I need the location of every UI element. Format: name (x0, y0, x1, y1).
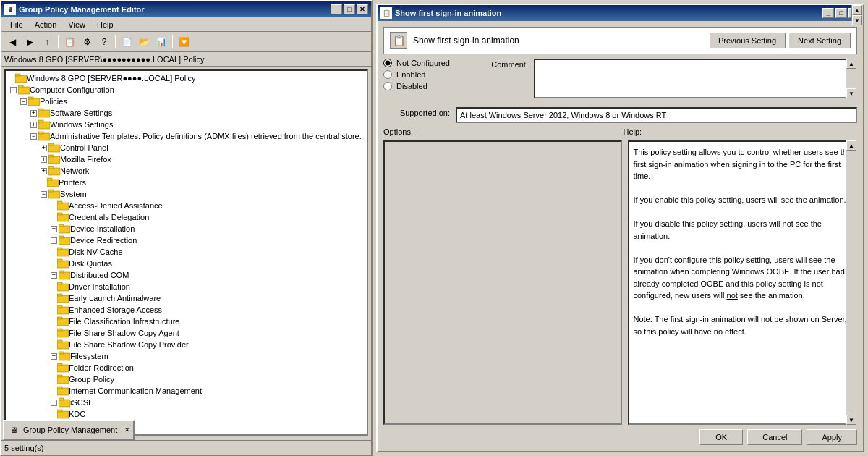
toolbar-separator-3 (172, 35, 173, 48)
radio-disabled[interactable]: Disabled (383, 82, 450, 90)
sidebar-item-file-classification[interactable]: File Classification Infrastructure (7, 316, 365, 327)
supported-scroll-up[interactable]: ▲ (852, 5, 862, 15)
expand-iscsi[interactable]: + (51, 400, 57, 406)
disk-quotas-icon (57, 258, 69, 269)
expand-windows-settings[interactable]: + (30, 122, 37, 128)
expand-software-settings[interactable]: + (30, 110, 37, 117)
sidebar-item-printers[interactable]: Printers (7, 177, 365, 188)
sidebar-item-disk-quotas[interactable]: Disk Quotas (7, 258, 365, 269)
filter-button[interactable]: 🔽 (176, 34, 192, 50)
expand-device-redirection[interactable]: + (51, 237, 57, 244)
expand-distributed-com[interactable]: + (51, 272, 57, 279)
radio-disabled-input[interactable] (383, 82, 392, 90)
help-scroll-down[interactable]: ▼ (846, 415, 856, 425)
expand-filesystem[interactable]: + (51, 353, 57, 360)
sidebar-item-device-redirection[interactable]: + Device Redirection (7, 235, 365, 246)
forward-button[interactable]: ▶ (22, 34, 38, 50)
expand-computer-config[interactable]: − (10, 87, 17, 93)
expand-policies[interactable]: − (20, 98, 27, 105)
radio-not-configured[interactable]: Not Configured (383, 59, 450, 67)
svg-rect-13 (48, 143, 54, 145)
sidebar-item-driver-installation[interactable]: Driver Installation (7, 281, 365, 292)
svg-rect-54 (57, 388, 69, 395)
sidebar-item-kdc[interactable]: KDC (7, 408, 365, 420)
back-button[interactable]: ◀ (4, 34, 20, 50)
maximize-button[interactable]: □ (344, 4, 355, 14)
close-button[interactable]: ✕ (357, 4, 368, 14)
expand-system[interactable]: − (41, 191, 47, 198)
expand-control-panel[interactable]: + (41, 145, 47, 151)
expand-admin-templates[interactable]: − (30, 133, 37, 140)
early-launch-icon (57, 293, 69, 303)
sidebar-item-control-panel[interactable]: + Control Panel (7, 142, 365, 153)
sidebar-item-software-settings[interactable]: + Software Settings (7, 107, 365, 119)
sidebar-item-iscsi[interactable]: + iSCSI (7, 397, 365, 408)
comment-textarea[interactable] (534, 59, 857, 98)
windows-settings-label: Windows Settings (50, 120, 113, 129)
sidebar-item-windows-settings[interactable]: + Windows Settings (7, 119, 365, 130)
taskbar-popup[interactable]: 🖥 Group Policy Management ✕ (3, 420, 135, 440)
sidebar-item-mozilla-firefox[interactable]: + Mozilla Firefox (7, 153, 365, 165)
menu-action[interactable]: Action (29, 19, 63, 30)
sidebar-item-file-share-shadow-agent[interactable]: File Share Shadow Copy Agent (7, 327, 365, 339)
title-bar-controls: _ □ ✕ (331, 4, 368, 14)
supported-scroll-down[interactable]: ▼ (852, 15, 862, 25)
radio-enabled[interactable]: Enabled (383, 70, 450, 79)
icon-button-1[interactable]: 📄 (119, 34, 135, 50)
sidebar-item-network[interactable]: + Network (7, 165, 365, 177)
cancel-button[interactable]: Cancel (747, 429, 802, 445)
sidebar-item-file-share-shadow-provider[interactable]: File Share Shadow Copy Provider (7, 339, 365, 350)
sidebar-item-internet-comm[interactable]: Internet Communication Management (7, 385, 365, 397)
up-button[interactable]: ↑ (39, 34, 55, 50)
taskbar-popup-close-button[interactable]: ✕ (124, 426, 130, 434)
expand-network[interactable]: + (41, 168, 47, 174)
sidebar-item-computer-config[interactable]: − Computer Configuration (7, 84, 365, 96)
help-button[interactable]: ? (96, 34, 112, 50)
sidebar-item-early-launch[interactable]: Early Launch Antimalware (7, 292, 365, 304)
sidebar-item-access-denied[interactable]: Access-Denied Assistance (7, 200, 365, 211)
sidebar-item-credentials[interactable]: Credentials Delegation (7, 211, 365, 223)
help-scroll-up[interactable]: ▲ (846, 140, 856, 151)
dialog-minimize-button[interactable]: _ (822, 8, 834, 18)
dialog-maximize-button[interactable]: □ (835, 8, 847, 18)
properties-button[interactable]: ⚙ (79, 34, 95, 50)
expand-device-installation[interactable]: + (51, 226, 57, 232)
comment-scrollbar[interactable]: ▲ ▼ (846, 59, 857, 98)
menu-help[interactable]: Help (91, 19, 119, 30)
sidebar-item-device-installation[interactable]: + Device Installation (7, 223, 365, 235)
sidebar-item-distributed-com[interactable]: + Distributed COM (7, 269, 365, 281)
sidebar-item-policies[interactable]: − Policies (7, 96, 365, 107)
apply-button[interactable]: Apply (807, 429, 857, 445)
scroll-down-arrow[interactable]: ▼ (846, 88, 856, 98)
icon-button-3[interactable]: 📊 (153, 34, 169, 50)
ok-button[interactable]: OK (699, 429, 743, 445)
expand-mozilla-firefox[interactable]: + (41, 156, 47, 163)
sidebar-item-filesystem[interactable]: + Filesystem (7, 350, 365, 362)
prev-setting-button[interactable]: Previous Setting (709, 33, 786, 48)
dialog-header: 📋 Show first sign-in animation Previous … (383, 27, 857, 54)
next-setting-button[interactable]: Next Setting (788, 33, 851, 48)
options-help-row: This policy setting allows you to contro… (383, 140, 857, 425)
scroll-up-arrow[interactable]: ▲ (846, 59, 856, 69)
icon-button-2[interactable]: 📂 (136, 34, 152, 50)
sidebar-item-disk-nv-cache[interactable]: Disk NV Cache (7, 246, 365, 258)
svg-rect-58 (57, 411, 69, 418)
menu-view[interactable]: View (62, 19, 91, 30)
minimize-button[interactable]: _ (331, 4, 342, 14)
sidebar-item-group-policy[interactable]: Group Policy (7, 373, 365, 385)
svg-rect-39 (57, 294, 62, 296)
svg-rect-56 (59, 400, 70, 407)
svg-rect-6 (38, 110, 50, 117)
radio-enabled-input[interactable] (383, 70, 392, 79)
sidebar-item-folder-redirection[interactable]: Folder Redirection (7, 362, 365, 373)
sidebar-item-enhanced-storage[interactable]: Enhanced Storage Access (7, 304, 365, 316)
menu-file[interactable]: File (4, 19, 29, 30)
printers-label: Printers (59, 178, 86, 187)
show-hide-button[interactable]: 📋 (61, 34, 77, 50)
radio-not-configured-input[interactable] (383, 59, 392, 67)
tree-root[interactable]: Windows 8 GPO [SERVER●●●●.LOCAL] Policy (7, 72, 365, 84)
sidebar-item-admin-templates[interactable]: − Administrative Templates: Policy defin… (7, 130, 365, 142)
help-scroll-track (846, 151, 857, 415)
sidebar-item-system[interactable]: − System (7, 188, 365, 200)
help-scrollbar[interactable]: ▲ ▼ (846, 140, 857, 425)
